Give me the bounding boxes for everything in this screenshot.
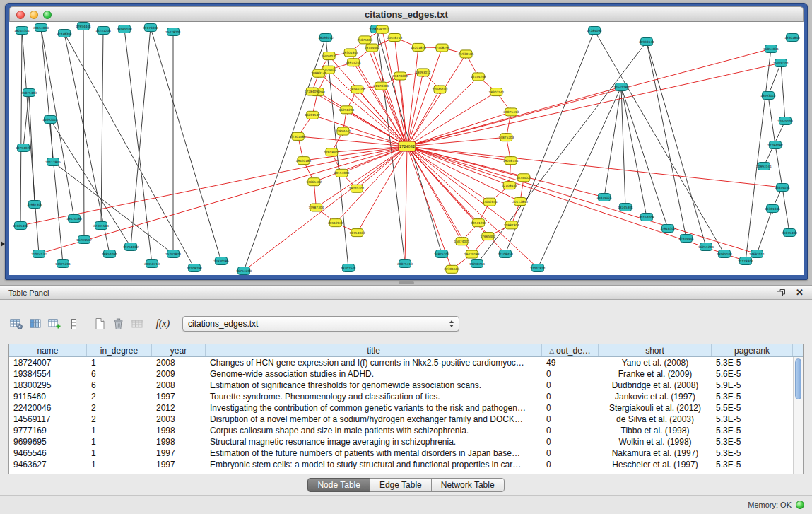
cell-out_degree[interactable]: 0 [542,448,599,459]
cell-out_degree[interactable]: 0 [542,380,599,391]
cell-short[interactable]: Stergiakouli et al. (2012) [599,402,712,414]
scrollbar-thumb[interactable] [795,358,801,399]
cell-name[interactable]: 9463627 [9,459,87,470]
cell-year[interactable]: 2009 [152,368,206,380]
cell-short[interactable]: Wolkin et al. (1998) [599,436,712,448]
show-columns-icon[interactable] [26,315,45,333]
cell-name[interactable]: 18724007 [9,357,87,368]
new-table-icon[interactable] [90,315,109,333]
tab-edge-table[interactable]: Edge Table [370,478,432,492]
column-header-short[interactable]: short [599,344,712,356]
cell-title[interactable]: Genome-wide association studies in ADHD. [206,368,542,380]
column-header-pagerank[interactable]: pagerank [712,344,793,356]
cell-title[interactable]: Embryonic stem cells: a model to study s… [206,459,542,470]
cell-title[interactable]: Changes of HCN gene expression and I(f) … [206,357,542,368]
cell-out_degree[interactable]: 0 [542,436,599,448]
cell-title[interactable]: Estimation of the future numbers of pati… [206,448,542,459]
cell-short[interactable]: Yano et al. (2008) [599,357,712,368]
cell-in_degree[interactable]: 1 [87,357,152,368]
cell-title[interactable]: Structural magnetic resonance image aver… [206,436,542,448]
cell-year[interactable]: 1998 [152,425,206,436]
cell-in_degree[interactable]: 6 [87,368,152,380]
memory-status-indicator[interactable] [796,501,804,509]
cell-name[interactable]: 9777169 [9,425,87,436]
cell-in_degree[interactable]: 1 [87,448,152,459]
cell-title[interactable]: Estimation of significance thresholds fo… [206,380,542,391]
table-row[interactable]: 946362711997Embryonic stem cells: a mode… [9,459,793,470]
cell-in_degree[interactable]: 2 [87,414,152,425]
cell-out_degree[interactable]: 0 [542,425,599,436]
cell-name[interactable]: 22420046 [9,402,87,414]
table-row[interactable]: 2242004622012Investigating the contribut… [9,402,793,414]
cell-year[interactable]: 1997 [152,391,206,402]
table-selector-dropdown[interactable]: citations_edges.txt [182,316,459,332]
cell-in_degree[interactable]: 2 [87,402,152,414]
vertical-scrollbar[interactable] [793,357,803,474]
cell-in_degree[interactable]: 1 [87,425,152,436]
cell-title[interactable]: Tourette syndrome. Phenomenology and cla… [206,391,542,402]
table-row[interactable]: 1872400712008Changes of HCN gene express… [9,357,793,368]
table-row[interactable]: 1938455462009Genome-wide association stu… [9,368,793,380]
cell-title[interactable]: Corpus callosum shape and size in male p… [206,425,542,436]
cell-year[interactable]: 2003 [152,414,206,425]
minimize-window-button[interactable] [30,11,38,19]
cell-short[interactable]: Franke et al. (2009) [599,368,712,380]
cell-name[interactable]: 9699695 [9,436,87,448]
table-row[interactable]: 969969511998Structural magnetic resonanc… [9,436,793,448]
cell-short[interactable]: de Silva et al. (2003) [599,414,712,425]
cell-in_degree[interactable]: 6 [87,380,152,391]
show-side-panel-arrow-icon[interactable] [1,241,5,247]
network-svg[interactable]: 1824530120154008179183021295444116251204… [9,22,804,275]
cell-short[interactable]: Hescheler et al. (1997) [599,459,712,470]
tab-network-table[interactable]: Network Table [431,478,505,492]
cell-year[interactable]: 2012 [152,402,206,414]
cell-year[interactable]: 1998 [152,436,206,448]
table-row[interactable]: 1456911722003Disruption of a novel membe… [9,414,793,425]
cell-out_degree[interactable]: 0 [542,391,599,402]
zoom-window-button[interactable] [43,11,52,19]
tab-node-table[interactable]: Node Table [307,478,370,492]
cell-name[interactable]: 18300295 [9,380,87,391]
cell-pagerank[interactable]: 5.3E-5 [712,391,793,402]
panel-splitter[interactable] [0,280,812,285]
add-column-icon[interactable] [45,315,64,333]
import-table-icon[interactable] [128,315,147,333]
table-row[interactable]: 977716911998Corpus callosum shape and si… [9,425,793,436]
cell-out_degree[interactable]: 0 [542,414,599,425]
cell-in_degree[interactable]: 2 [87,391,152,402]
cell-year[interactable]: 1997 [152,448,206,459]
cell-title[interactable]: Disruption of a novel member of a sodium… [206,414,542,425]
cell-pagerank[interactable]: 5.3E-5 [712,448,793,459]
cell-out_degree[interactable]: 0 [542,402,599,414]
cell-out_degree[interactable]: 49 [542,357,599,368]
cell-pagerank[interactable]: 5.3E-5 [712,357,793,368]
delete-table-icon[interactable] [109,315,128,333]
row-tools-icon[interactable] [64,315,83,333]
column-header-year[interactable]: year [152,344,206,356]
network-window-titlebar[interactable]: citations_edges.txt [9,6,804,22]
cell-title[interactable]: Investigating the contribution of common… [206,402,542,414]
table-row[interactable]: 946554611997Estimation of the future num… [9,448,793,459]
cell-pagerank[interactable]: 5.5E-5 [712,402,793,414]
cell-out_degree[interactable]: 0 [542,368,599,380]
cell-pagerank[interactable]: 5.3E-5 [712,414,793,425]
cell-year[interactable]: 2008 [152,357,206,368]
table-row[interactable]: 1830029562008Estimation of significance … [9,380,793,391]
network-canvas[interactable]: 1824530120154008179183021295444116251204… [9,22,804,275]
cell-pagerank[interactable]: 5.3E-5 [712,459,793,470]
cell-pagerank[interactable]: 5.6E-5 [712,368,793,380]
cell-short[interactable]: Tibbo et al. (1998) [599,425,712,436]
cell-pagerank[interactable]: 5.3E-5 [712,425,793,436]
cell-in_degree[interactable]: 1 [87,459,152,470]
cell-pagerank[interactable]: 5.9E-5 [712,380,793,391]
table-row[interactable]: 911546021997Tourette syndrome. Phenomeno… [9,391,793,402]
cell-year[interactable]: 1997 [152,459,206,470]
cell-short[interactable]: Jankovic et al. (1997) [599,391,712,402]
cell-name[interactable]: 9115460 [9,391,87,402]
column-header-name[interactable]: name [9,344,87,356]
cell-name[interactable]: 19384554 [9,368,87,380]
cell-name[interactable]: 9465546 [9,448,87,459]
cell-name[interactable]: 14569117 [9,414,87,425]
close-window-button[interactable] [16,11,25,19]
float-panel-icon[interactable] [776,288,786,297]
